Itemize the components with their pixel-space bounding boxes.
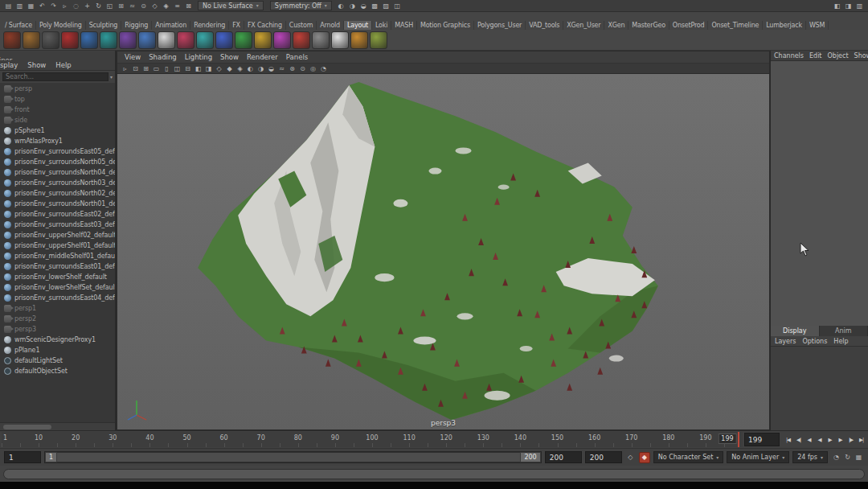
multisample-icon[interactable]: ⊛	[287, 64, 297, 74]
shelf-tool-17[interactable]	[312, 31, 330, 49]
outliner-item-persp3[interactable]: persp3	[0, 324, 115, 335]
channel-box-menu-object[interactable]: Object	[825, 52, 851, 60]
tab-anim[interactable]: Anim	[820, 326, 868, 336]
go-to-end-button[interactable]: ▶|	[856, 434, 866, 446]
viewport-menu-show[interactable]: Show	[216, 53, 243, 61]
current-frame-field[interactable]: 199	[744, 433, 780, 446]
layer-editor-menu-layers[interactable]: Layers	[772, 338, 798, 345]
shadows-icon[interactable]: ◑	[256, 64, 266, 74]
outliner-item-prisonenv-surroundsnorth01-default[interactable]: prisonEnv_surroundsNorth01_default	[0, 199, 115, 209]
new-scene-icon[interactable]: ▤	[3, 1, 14, 11]
shelf-tab-surface[interactable]: / Surface	[2, 21, 36, 30]
character-set-dropdown[interactable]: No Character Set ▾	[653, 451, 724, 463]
outliner-item-wmatlasproxy1[interactable]: wmAtlasProxy1	[0, 136, 115, 146]
film-gate-icon[interactable]: ▭	[151, 64, 162, 74]
shelf-tool-10[interactable]	[177, 31, 194, 49]
shelf-tool-11[interactable]	[196, 31, 214, 49]
shelf-tab-xgen[interactable]: XGen	[604, 21, 628, 30]
shelf-tool-14[interactable]	[254, 31, 272, 49]
outliner-item-prisonenv-surroundseast01-default[interactable]: prisonEnv_surroundsEast01_default	[0, 261, 115, 272]
shelf-tool-09[interactable]	[158, 31, 175, 49]
outliner-menu-show[interactable]: Show	[23, 61, 50, 69]
lights-icon[interactable]: ◐	[245, 64, 256, 74]
redo-icon[interactable]: ↷	[48, 1, 59, 11]
snap-view-icon[interactable]: ◈	[161, 1, 171, 11]
viewport-menu-view[interactable]: View	[121, 53, 145, 61]
channel-box-menu-edit[interactable]: Edit	[807, 52, 825, 60]
outliner-item-prisonenv-uppershelf02-default[interactable]: prisonEnv_upperShelf02_default	[0, 230, 115, 240]
snap-curve-icon[interactable]: ≈	[127, 1, 137, 11]
open-scene-icon[interactable]: ▥	[14, 1, 25, 11]
outliner-item-persp2[interactable]: persp2	[0, 314, 115, 324]
chevron-down-icon[interactable]: ▾	[110, 75, 113, 80]
channel-box-menu-show[interactable]: Show	[852, 52, 868, 60]
shelf-tab-fx-caching[interactable]: FX Caching	[244, 21, 286, 30]
outliner-item-prisonenv-lowershelfset-default[interactable]: prisonEnv_lowerShelfSet_default	[0, 282, 115, 293]
play-forwards-button[interactable]: ▶	[825, 434, 835, 446]
shelf-tab-animation[interactable]: Animation	[152, 21, 190, 30]
playhead[interactable]	[738, 432, 739, 447]
command-line-field[interactable]	[3, 469, 865, 479]
outliner-item-front[interactable]: front	[0, 105, 115, 115]
outliner-item-prisonenv-uppershelf01-default[interactable]: prisonEnv_upperShelf01_default	[0, 240, 115, 251]
isolate-select-icon[interactable]: ⊙	[297, 64, 308, 74]
outliner-item-prisonenv-surroundseast05-default[interactable]: prisonEnv_surroundsEast05_default	[0, 146, 115, 157]
lasso-tool-icon[interactable]: ◌	[71, 1, 81, 11]
shelf-tool-19[interactable]	[350, 31, 368, 49]
anim-layer-dropdown[interactable]: No Anim Layer ▾	[727, 451, 789, 463]
viewport-menu-renderer[interactable]: Renderer	[243, 53, 282, 61]
select-tool-icon[interactable]: ▹	[59, 1, 70, 11]
playback-speed-icon[interactable]: ◔	[831, 452, 841, 462]
outliner-item-defaultlightset[interactable]: defaultLightSet	[0, 355, 115, 366]
shelf-tab-layout[interactable]: Layout	[344, 21, 372, 30]
tab-display[interactable]: Display	[771, 326, 820, 336]
snap-plane-icon[interactable]: ◇	[149, 1, 160, 11]
wireframe-icon[interactable]: ◇	[214, 64, 224, 74]
outliner-item-side[interactable]: side	[0, 115, 115, 125]
layer-editor-menu-help[interactable]: Help	[831, 338, 850, 345]
resolution-gate-icon[interactable]: ▯	[162, 64, 172, 74]
shelf-tab-polygons-user[interactable]: Polygons_User	[474, 21, 526, 30]
outliner-item-prisonenv-surroundseast04-default[interactable]: prisonEnv_surroundsEast04_default	[0, 293, 115, 303]
exposure-icon[interactable]: ◔	[318, 64, 329, 74]
anim-start-field[interactable]: 1	[4, 451, 41, 463]
outliner-item-prisonenv-surroundsnorth04-default[interactable]: prisonEnv_surroundsNorth04_default	[0, 167, 115, 178]
shelf-tool-05[interactable]	[80, 31, 98, 49]
hypershade-icon[interactable]: ▨	[381, 1, 391, 11]
safe-title-icon[interactable]: ◨	[203, 64, 214, 74]
outliner-item-prisonenv-surroundsnorth03-default[interactable]: prisonEnv_surroundsNorth03_default	[0, 178, 115, 188]
outliner-item-top[interactable]: top	[0, 94, 115, 105]
grid-toggle-icon[interactable]: ⊞	[141, 64, 151, 74]
step-back-frame-button[interactable]: ◀	[804, 434, 814, 446]
shelf-tool-18[interactable]	[331, 31, 349, 49]
outliner-item-defaultobjectset[interactable]: defaultObjectSet	[0, 366, 115, 376]
search-input[interactable]	[2, 72, 108, 81]
shelf-tab-xgen-user[interactable]: XGen_User	[563, 21, 604, 30]
viewport-canvas[interactable]: persp3	[117, 74, 769, 429]
shelf-tab-wsm[interactable]: WSM	[806, 21, 829, 30]
shelf-tab-custom[interactable]: Custom	[286, 21, 317, 30]
outliner-item-prisonenv-surroundsnorth02-default[interactable]: prisonEnv_surroundsNorth02_default	[0, 188, 115, 199]
shelf-tab-vad-tools[interactable]: VAD_tools	[526, 21, 563, 30]
undo-icon[interactable]: ↶	[37, 1, 47, 11]
shelf-tool-20[interactable]	[370, 31, 387, 49]
anim-preferences-icon[interactable]: ▦	[854, 452, 864, 462]
outliner-item-persp[interactable]: persp	[0, 84, 115, 94]
shelf-tool-04[interactable]	[61, 31, 79, 49]
outliner-menu-display[interactable]: Display	[0, 61, 22, 69]
viewport-menu-panels[interactable]: Panels	[282, 53, 312, 61]
xray-icon[interactable]: ◎	[308, 64, 318, 74]
outliner-item-wmscenicdesignerproxy1[interactable]: wmScenicDesignerProxy1	[0, 335, 115, 345]
construction-icon[interactable]: ⊠	[183, 1, 194, 11]
fps-dropdown[interactable]: 24 fps ▾	[792, 451, 828, 463]
shelf-tool-08[interactable]	[138, 31, 156, 49]
shelf-tab-onset-timeline[interactable]: Onset_Timeline	[708, 21, 763, 30]
outliner-item-persp1[interactable]: persp1	[0, 303, 115, 314]
paint-select-icon[interactable]: +	[82, 1, 92, 11]
shelf-tool-15[interactable]	[273, 31, 291, 49]
outliner-item-prisonenv-surroundseast02-default[interactable]: prisonEnv_surroundsEast02_default	[0, 209, 115, 220]
motion-blur-icon[interactable]: ≈	[276, 64, 287, 74]
channel-box-menu-channels[interactable]: Channels	[772, 52, 806, 60]
outliner-item-prisonenv-surroundseast03-default[interactable]: prisonEnv_surroundsEast03_default	[0, 220, 115, 230]
auto-keyframe-button[interactable]: ◆	[639, 452, 650, 463]
